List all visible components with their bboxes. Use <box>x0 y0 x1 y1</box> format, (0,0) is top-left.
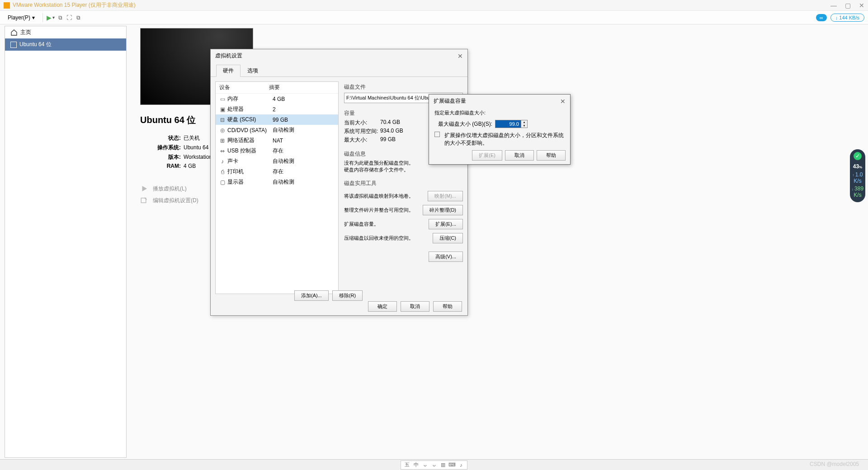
player-menu-label: Player(P) <box>8 14 30 21</box>
device-icon: ◎ <box>219 127 226 133</box>
device-summary: 存在 <box>273 168 283 176</box>
fullscreen-icon[interactable]: ⛶ <box>66 14 73 21</box>
device-name: 声卡 <box>227 157 271 165</box>
free-space-label: 系统可用空间: <box>344 128 380 135</box>
hw-row-6[interactable]: ♪声卡自动检测 <box>216 156 338 166</box>
expand-disk-dialog: 扩展磁盘容量 ✕ 指定最大虚拟磁盘大小: 最大磁盘大小 (GB)(S): ▲▼ … <box>429 94 571 165</box>
disk-size-spinner[interactable]: ▲▼ <box>495 120 528 128</box>
separator <box>42 13 43 22</box>
device-summary: 存在 <box>273 147 283 155</box>
util-map-desc: 将该虚拟机磁盘映射到本地卷。 <box>344 193 423 199</box>
expand-confirm-button[interactable]: 扩展(E) <box>472 150 502 161</box>
advanced-button[interactable]: 高级(V)... <box>429 252 463 262</box>
disk-utils-label: 磁盘实用工具 <box>344 180 463 187</box>
dialog-close-icon[interactable]: ✕ <box>458 52 463 60</box>
hw-row-4[interactable]: ⊞网络适配器NAT <box>216 135 338 146</box>
hw-row-8[interactable]: ▢显示器自动检测 <box>216 177 338 187</box>
play-icon <box>140 185 148 193</box>
cancel-button[interactable]: 取消 <box>401 301 429 312</box>
sidebar-home-label: 主页 <box>20 28 31 36</box>
expand-help-button[interactable]: 帮助 <box>537 150 566 161</box>
edit-vm-label: 编辑虚拟机设置(D) <box>153 197 198 204</box>
upload-stat: ↑ 1.0K/s <box>850 171 865 184</box>
device-name: USB 控制器 <box>227 147 271 155</box>
remove-button[interactable]: 移除(R) <box>332 290 363 301</box>
ram-value: 4 GB <box>184 163 196 169</box>
tab-options[interactable]: 选项 <box>241 65 265 77</box>
hw-row-3[interactable]: ◎CD/DVD (SATA)自动检测 <box>216 125 338 135</box>
hardware-list: 设备 摘要 ▭内存4 GB▣处理器2⊟硬盘 (SCSI)99 GB◎CD/DVD… <box>215 81 339 294</box>
unity-icon[interactable]: ⧉ <box>75 14 82 21</box>
spin-down-icon[interactable]: ▼ <box>521 124 527 128</box>
device-icon: ⇔ <box>219 148 226 154</box>
hw-row-1[interactable]: ▣处理器2 <box>216 104 338 114</box>
home-icon <box>10 29 18 36</box>
device-summary: NAT <box>273 138 283 144</box>
state-value: 已关机 <box>184 134 200 142</box>
state-label: 状态: <box>149 134 181 142</box>
defrag-button[interactable]: 碎片整理(D) <box>423 205 463 215</box>
free-space-value: 934.0 GB <box>380 128 403 135</box>
tray-icon-4[interactable]: ▥ <box>440 462 446 468</box>
settings-icon <box>140 196 148 204</box>
tray-icon-1[interactable]: 中 <box>413 462 419 468</box>
cloud-badge[interactable]: ∞ <box>816 14 827 21</box>
hw-row-0[interactable]: ▭内存4 GB <box>216 94 338 104</box>
map-button[interactable]: 映射(M)... <box>428 191 463 201</box>
toolbar: Player(P) ▾ ▶ ▾ ⧉ ⛶ ⧉ ∞ ↓ 144 KB/s <box>0 11 868 24</box>
ok-button[interactable]: 确定 <box>368 301 397 312</box>
compact-button[interactable]: 压缩(C) <box>433 233 463 243</box>
disk-info-2: 硬盘内容存储在多个文件中。 <box>344 166 463 173</box>
version-label: 版本: <box>149 153 181 161</box>
device-summary: 99 GB <box>273 117 288 123</box>
cpu-percent: 43 <box>853 163 859 170</box>
sidebar-item-vm[interactable]: Ubuntu 64 位 <box>5 38 126 51</box>
disk-size-input[interactable] <box>495 120 521 128</box>
device-name: 打印机 <box>227 168 271 176</box>
system-tray: 五中ᴗᴗ▥⌨♪ <box>0 459 868 470</box>
hw-row-2[interactable]: ⊟硬盘 (SCSI)99 GB <box>216 114 338 125</box>
col-summary: 摘要 <box>269 84 280 91</box>
device-name: 显示器 <box>227 178 271 186</box>
add-button[interactable]: 添加(A)... <box>294 290 329 301</box>
player-menu[interactable]: Player(P) ▾ <box>4 13 39 22</box>
current-size-value: 70.4 GB <box>380 119 400 127</box>
expand-dialog-title: 扩展磁盘容量 <box>434 97 560 105</box>
tab-hardware[interactable]: 硬件 <box>216 65 241 77</box>
device-name: 网络适配器 <box>227 137 271 144</box>
hw-row-5[interactable]: ⇔USB 控制器存在 <box>216 146 338 156</box>
disk-file-label: 磁盘文件 <box>344 83 463 91</box>
net-speed-badge: ↓ 144 KB/s <box>830 14 864 22</box>
tray-icon-2[interactable]: ᴗ <box>422 462 428 468</box>
tray-icon-6[interactable]: ♪ <box>458 462 464 468</box>
help-button[interactable]: 帮助 <box>433 301 462 312</box>
col-device: 设备 <box>219 84 269 91</box>
expand-cancel-button[interactable]: 取消 <box>505 150 534 161</box>
device-icon: ⎙ <box>219 169 226 175</box>
play-vm-label: 播放虚拟机(L) <box>153 185 187 193</box>
maximize-icon[interactable]: ▢ <box>845 2 851 9</box>
hw-row-7[interactable]: ⎙打印机存在 <box>216 166 338 177</box>
util-expand-desc: 扩展磁盘容量。 <box>344 221 424 228</box>
minimize-icon[interactable]: — <box>830 2 837 9</box>
send-keys-icon[interactable]: ⧉ <box>57 14 64 21</box>
shield-icon: ✓ <box>854 152 862 160</box>
max-size-label: 最大大小: <box>344 136 380 144</box>
tray-icon-5[interactable]: ⌨ <box>449 462 455 468</box>
expand-dialog-close-icon[interactable]: ✕ <box>560 98 566 105</box>
expand-button[interactable]: 扩展(E)... <box>429 219 463 229</box>
expand-specify-label: 指定最大虚拟磁盘大小: <box>429 108 570 118</box>
play-button[interactable]: ▶ ▾ <box>47 14 55 21</box>
performance-widget[interactable]: ✓ 43% ↑ 1.0K/s ↓ 389K/s <box>850 149 865 202</box>
tray-icon-3[interactable]: ᴗ <box>431 462 437 468</box>
sidebar: 主页 Ubuntu 64 位 <box>5 26 127 458</box>
device-summary: 自动检测 <box>273 126 294 134</box>
util-defrag-desc: 整理文件碎片并整合可用空间。 <box>344 207 418 214</box>
spin-up-icon[interactable]: ▲ <box>521 120 527 124</box>
device-icon: ♪ <box>219 158 226 165</box>
sidebar-item-home[interactable]: 主页 <box>5 26 126 38</box>
device-icon: ▢ <box>219 179 226 185</box>
tray-icon-0[interactable]: 五 <box>404 462 410 468</box>
close-icon[interactable]: ✕ <box>859 2 864 9</box>
device-summary: 自动检测 <box>273 178 294 186</box>
